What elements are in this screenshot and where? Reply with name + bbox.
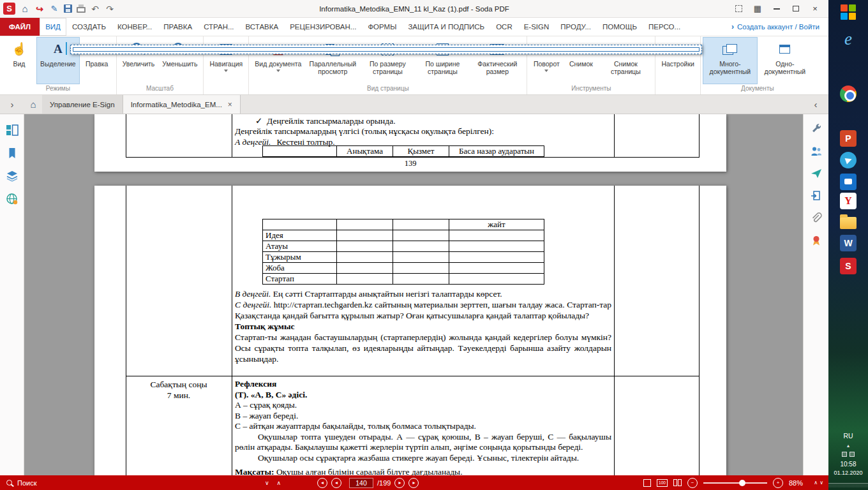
pdf-page-140[interactable]: жайт Идея Атауы Тұжырым bbox=[94, 186, 726, 475]
tab-products[interactable]: ПРОДУ... bbox=[555, 18, 597, 36]
maximize-button[interactable] bbox=[788, 3, 804, 15]
print-icon[interactable] bbox=[77, 7, 86, 13]
page-snapshot-button[interactable]: Снимок страницы bbox=[598, 37, 653, 84]
soda-pdf-taskbar-icon[interactable]: S bbox=[839, 256, 858, 276]
layers-icon[interactable] bbox=[5, 169, 19, 183]
statusbar-collapse-chevrons[interactable]: ∧∨ bbox=[814, 480, 823, 486]
zoom-out-button[interactable]: − bbox=[687, 478, 698, 488]
create-account-link[interactable]: › Создать аккаунт / Войти bbox=[731, 18, 828, 36]
tab-convert[interactable]: КОНВЕР... bbox=[112, 18, 158, 36]
taskbar-clock[interactable]: 10:58 01.12.2020 bbox=[834, 460, 862, 477]
page-number-input[interactable]: 140 bbox=[349, 478, 373, 488]
tab-personalize[interactable]: ПЕРСО... bbox=[643, 18, 686, 36]
export-document-icon[interactable] bbox=[809, 189, 823, 203]
tools-icon[interactable] bbox=[809, 122, 823, 136]
tab-create[interactable]: СОЗДАТЬ bbox=[66, 18, 112, 36]
document-tab-bar: › ⌂ Управление E-Sign Informatika_Metodi… bbox=[0, 95, 828, 114]
ribbon-group-label bbox=[657, 85, 698, 94]
search-next-button[interactable]: ∨ bbox=[265, 480, 269, 486]
tray-icons[interactable] bbox=[842, 452, 855, 457]
powerpoint-icon[interactable]: P bbox=[839, 129, 858, 148]
word-icon[interactable]: W bbox=[839, 234, 858, 253]
reflection-cell: Рефлексия (Т). «А, В, С» әдісі. А – сұра… bbox=[235, 379, 611, 475]
tab-review[interactable]: РЕЦЕНЗИРОВАН... bbox=[284, 18, 362, 36]
undo-icon[interactable]: ↶ bbox=[90, 3, 100, 15]
document-viewport[interactable]: ✓ Деңгейлік тапсырмаларды орында. Деңгей… bbox=[24, 114, 803, 475]
tab-ocr[interactable]: OCR bbox=[490, 18, 518, 36]
tab-help[interactable]: ПОМОЩЬ bbox=[597, 18, 643, 36]
last-page-button[interactable]: ▸ bbox=[408, 478, 419, 488]
next-page-button[interactable]: ▸ bbox=[394, 478, 405, 488]
web-links-icon[interactable] bbox=[5, 192, 19, 206]
folder-icon[interactable] bbox=[839, 212, 858, 231]
windows-start-button[interactable] bbox=[839, 0, 858, 19]
hidden-icons-chevron[interactable]: ▴ bbox=[847, 443, 849, 449]
close-tab-icon[interactable]: × bbox=[228, 100, 232, 109]
tab-edit[interactable]: ПРАВКА bbox=[158, 18, 198, 36]
attachment-icon[interactable] bbox=[809, 211, 823, 225]
button-label: Снимок bbox=[569, 60, 593, 68]
tab-forms[interactable]: ФОРМЫ bbox=[362, 18, 402, 36]
layout-grid-icon[interactable]: ▦ bbox=[749, 3, 766, 15]
tab-pages[interactable]: СТРАН... bbox=[198, 18, 239, 36]
app-icon-blue[interactable] bbox=[839, 172, 858, 191]
ribbon-tab-bar: ФАЙЛ ВИД СОЗДАТЬ КОНВЕР... ПРАВКА СТРАН.… bbox=[0, 18, 828, 36]
view-mode-button[interactable]: ☝ Вид bbox=[2, 37, 36, 84]
single-document-icon bbox=[779, 45, 790, 54]
left-panel-toggle[interactable]: › bbox=[0, 95, 24, 114]
people-icon[interactable] bbox=[809, 144, 823, 158]
tab-esign[interactable]: E-SIGN bbox=[518, 18, 555, 36]
pdf-page-139[interactable]: ✓ Деңгейлік тапсырмаларды орында. Деңгей… bbox=[94, 114, 726, 172]
minimize-button[interactable] bbox=[768, 3, 785, 15]
tab-secure-sign[interactable]: ЗАЩИТА И ПОДПИСЬ bbox=[402, 18, 490, 36]
save-icon[interactable] bbox=[64, 4, 72, 13]
tab-insert[interactable]: ВСТАВКА bbox=[240, 18, 285, 36]
close-button[interactable]: × bbox=[807, 3, 823, 15]
share-arrow-icon[interactable]: ↪ bbox=[34, 3, 45, 15]
redo-icon[interactable]: ↷ bbox=[105, 3, 115, 15]
right-panel-toggle[interactable]: ‹ bbox=[803, 95, 828, 114]
bookmarks-icon[interactable] bbox=[5, 146, 19, 160]
doc-tab-current[interactable]: Informatika_Metodika_EM... × bbox=[123, 95, 241, 114]
tab-view[interactable]: ВИД bbox=[40, 18, 66, 36]
internet-explorer-icon[interactable]: e bbox=[839, 29, 858, 48]
home-icon[interactable]: ⌂ bbox=[20, 3, 30, 15]
tray-icon[interactable] bbox=[842, 452, 847, 457]
zoom-slider-thumb[interactable] bbox=[739, 480, 745, 486]
first-page-button[interactable]: ◂ bbox=[317, 478, 327, 488]
group-work-title: Топтық жұмыс bbox=[235, 321, 611, 332]
page-layout-icon[interactable] bbox=[673, 479, 682, 486]
tray-icon[interactable] bbox=[849, 452, 855, 457]
language-indicator[interactable]: RU bbox=[843, 432, 853, 440]
chrome-icon[interactable] bbox=[839, 84, 858, 103]
windows-taskbar: e P Y W S RU ▴ 10:58 01.12.2020 bbox=[828, 0, 868, 490]
table-cell: Идея bbox=[263, 230, 337, 241]
table-row: Стартап bbox=[263, 274, 544, 285]
stamp-award-icon[interactable] bbox=[809, 234, 823, 248]
doc-tab-esign[interactable]: Управление E-Sign bbox=[42, 95, 123, 114]
page-thumbnails-icon[interactable] bbox=[5, 123, 19, 137]
clock-date: 01.12.2020 bbox=[834, 469, 862, 477]
send-plane-icon[interactable] bbox=[809, 167, 823, 181]
document-paragraphs: В деңгейі. Ең сәтті Стартаптарды анықтай… bbox=[235, 288, 611, 364]
prev-page-button[interactable]: ◂ bbox=[331, 478, 341, 488]
search-control[interactable]: Поиск bbox=[0, 479, 36, 487]
search-prev-button[interactable]: ∧ bbox=[277, 480, 281, 486]
button-label: Одно-документный bbox=[761, 60, 809, 75]
actual-size-icon[interactable]: 100 bbox=[657, 479, 668, 487]
edit-pencil-icon[interactable]: ✎ bbox=[49, 3, 59, 15]
home-tab-icon[interactable]: ⌂ bbox=[24, 95, 42, 114]
telegram-icon[interactable] bbox=[839, 151, 858, 170]
zoom-in-button[interactable]: + bbox=[773, 478, 783, 488]
account-link-label: Создать аккаунт / Войти bbox=[737, 23, 819, 31]
fullscreen-icon[interactable] bbox=[730, 3, 747, 15]
zoom-slider[interactable] bbox=[703, 482, 767, 484]
yandex-icon[interactable]: Y bbox=[839, 191, 858, 211]
multi-document-button[interactable]: Много-документный bbox=[703, 37, 758, 84]
tab-file[interactable]: ФАЙЛ bbox=[0, 18, 40, 36]
fit-screen-icon[interactable] bbox=[643, 479, 651, 487]
single-document-button[interactable]: Одно-документный bbox=[758, 37, 812, 84]
button-label: Уменьшить bbox=[162, 60, 197, 68]
show-desktop-button[interactable] bbox=[828, 483, 868, 487]
ribbon-group-tools: ↻ Поворот Снимок Снимок страницы Инструм… bbox=[527, 36, 655, 94]
